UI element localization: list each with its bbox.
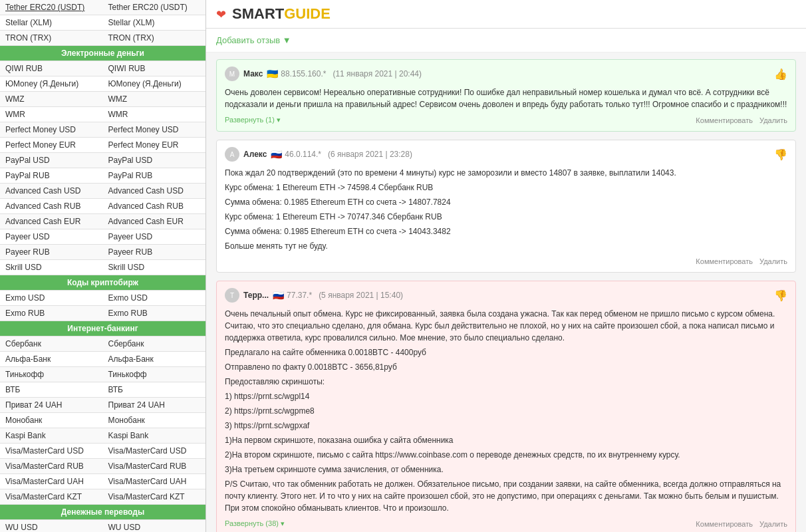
sidebar-col2[interactable]: Kaspi Bank bbox=[103, 428, 206, 444]
sidebar-col1[interactable]: TRON (TRX) bbox=[0, 31, 103, 46]
sidebar-col2[interactable]: Payeer USD bbox=[103, 229, 206, 245]
add-review-bar: Добавить отзыв ▼ bbox=[206, 29, 806, 53]
sidebar-col1[interactable]: Visa/MasterCard UAH bbox=[0, 474, 103, 489]
comment-link[interactable]: Комментировать bbox=[696, 257, 753, 265]
review-actions: КомментироватьУдалить bbox=[689, 257, 787, 265]
sidebar-col2[interactable]: Тинькофф bbox=[103, 367, 206, 382]
sidebar-col1[interactable]: WMZ bbox=[0, 92, 103, 107]
comment-link[interactable]: Комментировать bbox=[696, 520, 753, 528]
avatar: А bbox=[225, 147, 239, 162]
sidebar-col1[interactable]: PayPal USD bbox=[0, 153, 103, 168]
reviews-container: ММакс🇺🇦88.155.160.*(11 января 2021 | 20:… bbox=[206, 53, 806, 532]
sidebar-col1[interactable]: Visa/MasterCard KZT bbox=[0, 489, 103, 505]
thumbs-up-icon[interactable]: 👍 bbox=[774, 68, 787, 80]
delete-link[interactable]: Удалить bbox=[759, 116, 787, 124]
sidebar-col1[interactable]: Perfect Money USD bbox=[0, 122, 103, 138]
sidebar-col1[interactable]: ЮMoney (Я.Деньги) bbox=[0, 76, 103, 92]
sidebar-col1[interactable]: Perfect Money EUR bbox=[0, 138, 103, 153]
thumbs-down-icon[interactable]: 👎 bbox=[774, 289, 787, 302]
sidebar-col1[interactable]: Exmo USD bbox=[0, 291, 103, 306]
delete-link[interactable]: Удалить bbox=[759, 520, 787, 528]
sidebar-section-header: Электронные деньги bbox=[0, 46, 205, 61]
sidebar-section-header: Денежные переводы bbox=[0, 505, 205, 520]
review-expand-button[interactable]: Развернуть (38) ▾ bbox=[225, 519, 285, 528]
sidebar-col1[interactable]: Тинькофф bbox=[0, 367, 103, 382]
logo-icon: ❤ bbox=[216, 7, 229, 21]
sidebar-col2[interactable]: Tether ERC20 (USDT) bbox=[103, 0, 206, 15]
sidebar-col2[interactable]: WMR bbox=[103, 107, 206, 122]
review-flag: 🇷🇺 bbox=[273, 290, 284, 301]
sidebar-col2[interactable]: Альфа-Банк bbox=[103, 352, 206, 367]
sidebar-col2[interactable]: Advanced Cash USD bbox=[103, 184, 206, 199]
sidebar-col1[interactable]: Tether ERC20 (USDT) bbox=[0, 0, 103, 15]
sidebar-col2[interactable]: Visa/MasterCard UAH bbox=[103, 474, 206, 489]
review-header: ММакс🇺🇦88.155.160.*(11 января 2021 | 20:… bbox=[225, 66, 787, 81]
sidebar-col2[interactable]: Advanced Cash RUB bbox=[103, 199, 206, 214]
sidebar-col2[interactable]: Stellar (XLM) bbox=[103, 15, 206, 31]
sidebar-col2[interactable]: Skrill USD bbox=[103, 260, 206, 275]
avatar: Т bbox=[225, 288, 239, 303]
review-card: ММакс🇺🇦88.155.160.*(11 января 2021 | 20:… bbox=[216, 59, 796, 132]
sidebar-col2[interactable]: Exmo USD bbox=[103, 291, 206, 306]
sidebar-col2[interactable]: Perfect Money EUR bbox=[103, 138, 206, 153]
sidebar-section-header: Коды криптобирж bbox=[0, 275, 205, 291]
review-footer: КомментироватьУдалить bbox=[225, 257, 787, 265]
sidebar-col1[interactable]: Advanced Cash RUB bbox=[0, 199, 103, 214]
logo-text: SMARTGUIDE bbox=[232, 5, 331, 23]
sidebar-table: Tether ERC20 (USDT)Tether ERC20 (USDT)St… bbox=[0, 0, 205, 532]
review-date: (6 января 2021 | 23:28) bbox=[328, 150, 412, 159]
logo-smart: SMART bbox=[232, 5, 284, 22]
sidebar-col2[interactable]: Visa/MasterCard USD bbox=[103, 444, 206, 459]
delete-link[interactable]: Удалить bbox=[759, 257, 787, 265]
sidebar-col1[interactable]: Альфа-Банк bbox=[0, 352, 103, 367]
sidebar-col1[interactable]: Приват 24 UAH bbox=[0, 398, 103, 413]
sidebar-col2[interactable]: Монобанк bbox=[103, 413, 206, 428]
review-name: Терр... bbox=[243, 291, 269, 300]
sidebar-col2[interactable]: Advanced Cash EUR bbox=[103, 214, 206, 229]
sidebar-col1[interactable]: Монобанк bbox=[0, 413, 103, 428]
sidebar-col2[interactable]: Приват 24 UAH bbox=[103, 398, 206, 413]
sidebar-col1[interactable]: Exmo RUB bbox=[0, 306, 103, 321]
review-card: ТТерр...🇷🇺77.37.*(5 января 2021 | 15:40)… bbox=[216, 281, 796, 532]
sidebar-col2[interactable]: ВТБ bbox=[103, 382, 206, 398]
sidebar-col1[interactable]: Visa/MasterCard RUB bbox=[0, 459, 103, 474]
sidebar-col2[interactable]: QIWI RUB bbox=[103, 61, 206, 76]
sidebar-col1[interactable]: Payeer USD bbox=[0, 229, 103, 245]
sidebar-col2[interactable]: PayPal USD bbox=[103, 153, 206, 168]
sidebar-col1[interactable]: Сбербанк bbox=[0, 336, 103, 352]
comment-link[interactable]: Комментировать bbox=[696, 116, 753, 124]
sidebar-col1[interactable]: Stellar (XLM) bbox=[0, 15, 103, 31]
sidebar-col1[interactable]: WU USD bbox=[0, 520, 103, 533]
sidebar-col2[interactable]: Visa/MasterCard KZT bbox=[103, 489, 206, 505]
sidebar-col2[interactable]: Payeer RUB bbox=[103, 245, 206, 260]
review-header: ААлекс🇷🇺46.0.114.*(6 января 2021 | 23:28… bbox=[225, 147, 787, 162]
sidebar-col1[interactable]: ВТБ bbox=[0, 382, 103, 398]
sidebar: Tether ERC20 (USDT)Tether ERC20 (USDT)St… bbox=[0, 0, 206, 532]
review-body: Очень доволен сервисом! Нереально операт… bbox=[225, 86, 787, 110]
sidebar-col2[interactable]: WU USD bbox=[103, 520, 206, 533]
sidebar-col1[interactable]: Visa/MasterCard USD bbox=[0, 444, 103, 459]
sidebar-col1[interactable]: Advanced Cash USD bbox=[0, 184, 103, 199]
review-name: Алекс bbox=[243, 150, 267, 159]
sidebar-col2[interactable]: TRON (TRX) bbox=[103, 31, 206, 46]
sidebar-col1[interactable]: Advanced Cash EUR bbox=[0, 214, 103, 229]
sidebar-col2[interactable]: Сбербанк bbox=[103, 336, 206, 352]
thumbs-down-icon[interactable]: 👎 bbox=[774, 148, 787, 161]
sidebar-col2[interactable]: PayPal RUB bbox=[103, 168, 206, 184]
sidebar-col2[interactable]: Visa/MasterCard RUB bbox=[103, 459, 206, 474]
review-header: ТТерр...🇷🇺77.37.*(5 января 2021 | 15:40)… bbox=[225, 288, 787, 303]
sidebar-col2[interactable]: WMZ bbox=[103, 92, 206, 107]
sidebar-col2[interactable]: Perfect Money USD bbox=[103, 122, 206, 138]
add-review-button[interactable]: Добавить отзыв ▼ bbox=[216, 35, 291, 45]
sidebar-col1[interactable]: Payeer RUB bbox=[0, 245, 103, 260]
review-expand-button[interactable]: Развернуть (1) ▾ bbox=[225, 116, 281, 124]
sidebar-col2[interactable]: Exmo RUB bbox=[103, 306, 206, 321]
sidebar-col1[interactable]: Kaspi Bank bbox=[0, 428, 103, 444]
sidebar-col1[interactable]: Skrill USD bbox=[0, 260, 103, 275]
sidebar-col2[interactable]: ЮMoney (Я.Деньги) bbox=[103, 76, 206, 92]
sidebar-col1[interactable]: PayPal RUB bbox=[0, 168, 103, 184]
sidebar-col1[interactable]: QIWI RUB bbox=[0, 61, 103, 76]
sidebar-section-header: Интернет-банкинг bbox=[0, 321, 205, 336]
sidebar-col1[interactable]: WMR bbox=[0, 107, 103, 122]
logo-bar: ❤ SMARTGUIDE bbox=[206, 0, 806, 29]
